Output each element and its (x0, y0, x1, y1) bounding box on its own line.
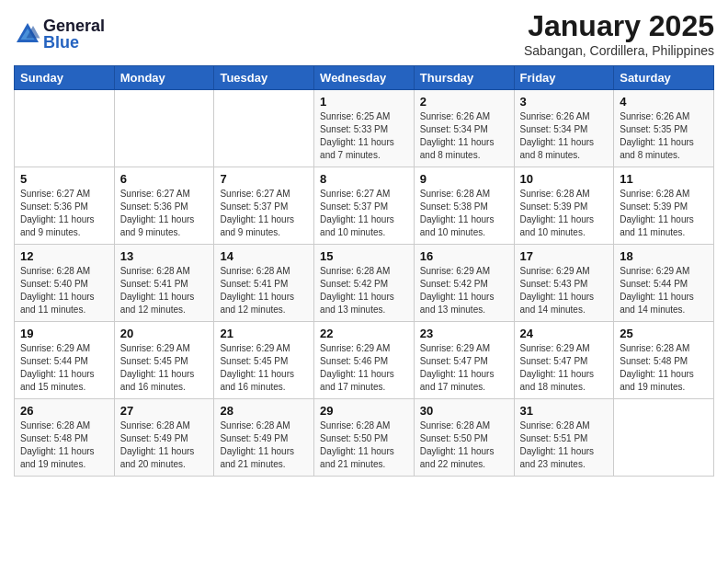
calendar-cell: 6Sunrise: 6:27 AM Sunset: 5:36 PM Daylig… (114, 167, 214, 245)
day-number: 2 (420, 95, 508, 109)
day-number: 1 (320, 95, 408, 109)
logo: General Blue (14, 17, 105, 51)
calendar-cell (15, 90, 115, 167)
page: General Blue January 2025 Sabangan, Cord… (0, 0, 728, 563)
cell-content: Sunrise: 6:25 AM Sunset: 5:33 PM Dayligh… (320, 110, 408, 162)
calendar-cell: 4Sunrise: 6:26 AM Sunset: 5:35 PM Daylig… (614, 90, 714, 167)
day-number: 9 (420, 172, 508, 186)
calendar-cell: 19Sunrise: 6:29 AM Sunset: 5:44 PM Dayli… (15, 322, 115, 399)
calendar-cell: 1Sunrise: 6:25 AM Sunset: 5:33 PM Daylig… (314, 90, 415, 167)
day-number: 23 (420, 327, 508, 340)
day-number: 10 (520, 172, 609, 186)
calendar-cell: 21Sunrise: 6:29 AM Sunset: 5:45 PM Dayli… (214, 322, 314, 399)
day-header-tuesday: Tuesday (214, 66, 314, 90)
cell-content: Sunrise: 6:26 AM Sunset: 5:34 PM Dayligh… (420, 110, 508, 162)
calendar-cell: 24Sunrise: 6:29 AM Sunset: 5:47 PM Dayli… (514, 322, 614, 399)
day-number: 22 (320, 327, 408, 340)
cell-content: Sunrise: 6:28 AM Sunset: 5:42 PM Dayligh… (320, 265, 408, 316)
calendar-cell: 3Sunrise: 6:26 AM Sunset: 5:34 PM Daylig… (514, 90, 614, 167)
calendar-table: SundayMondayTuesdayWednesdayThursdayFrid… (14, 65, 714, 477)
calendar-cell: 28Sunrise: 6:28 AM Sunset: 5:49 PM Dayli… (214, 399, 314, 477)
calendar-cell (614, 399, 714, 477)
calendar-cell: 23Sunrise: 6:29 AM Sunset: 5:47 PM Dayli… (414, 322, 514, 399)
day-number: 14 (220, 249, 308, 263)
calendar-header-row: SundayMondayTuesdayWednesdayThursdayFrid… (15, 66, 714, 90)
day-number: 3 (520, 95, 609, 109)
day-number: 31 (520, 404, 609, 418)
calendar-cell: 5Sunrise: 6:27 AM Sunset: 5:36 PM Daylig… (15, 167, 115, 245)
calendar-week-5: 26Sunrise: 6:28 AM Sunset: 5:48 PM Dayli… (15, 399, 714, 477)
day-number: 18 (620, 249, 708, 263)
calendar-cell: 13Sunrise: 6:28 AM Sunset: 5:41 PM Dayli… (114, 245, 214, 322)
calendar-cell: 31Sunrise: 6:28 AM Sunset: 5:51 PM Dayli… (514, 399, 614, 477)
cell-content: Sunrise: 6:28 AM Sunset: 5:50 PM Dayligh… (320, 419, 408, 471)
day-number: 29 (320, 404, 408, 418)
calendar-week-2: 5Sunrise: 6:27 AM Sunset: 5:36 PM Daylig… (15, 167, 714, 245)
cell-content: Sunrise: 6:28 AM Sunset: 5:41 PM Dayligh… (120, 265, 209, 316)
calendar-cell: 14Sunrise: 6:28 AM Sunset: 5:41 PM Dayli… (214, 245, 314, 322)
calendar-cell: 27Sunrise: 6:28 AM Sunset: 5:49 PM Dayli… (114, 399, 214, 477)
month-year: January 2025 (524, 9, 714, 43)
day-header-wednesday: Wednesday (314, 66, 415, 90)
day-number: 19 (20, 327, 108, 340)
calendar-week-1: 1Sunrise: 6:25 AM Sunset: 5:33 PM Daylig… (15, 90, 714, 167)
calendar-cell: 25Sunrise: 6:28 AM Sunset: 5:48 PM Dayli… (614, 322, 714, 399)
calendar-cell: 15Sunrise: 6:28 AM Sunset: 5:42 PM Dayli… (314, 245, 415, 322)
calendar-cell (214, 90, 314, 167)
cell-content: Sunrise: 6:27 AM Sunset: 5:37 PM Dayligh… (220, 188, 308, 239)
cell-content: Sunrise: 6:28 AM Sunset: 5:51 PM Dayligh… (520, 419, 609, 471)
calendar-cell: 8Sunrise: 6:27 AM Sunset: 5:37 PM Daylig… (314, 167, 415, 245)
logo-text: General Blue (43, 17, 105, 51)
cell-content: Sunrise: 6:28 AM Sunset: 5:50 PM Dayligh… (420, 419, 508, 471)
logo-blue-text: Blue (43, 34, 105, 51)
location: Sabangan, Cordillera, Philippines (524, 43, 714, 58)
day-number: 30 (420, 404, 508, 418)
cell-content: Sunrise: 6:29 AM Sunset: 5:44 PM Dayligh… (20, 342, 108, 394)
cell-content: Sunrise: 6:28 AM Sunset: 5:48 PM Dayligh… (20, 419, 108, 471)
calendar-cell: 18Sunrise: 6:29 AM Sunset: 5:44 PM Dayli… (614, 245, 714, 322)
logo-icon (14, 20, 41, 48)
day-number: 20 (120, 327, 209, 340)
cell-content: Sunrise: 6:28 AM Sunset: 5:41 PM Dayligh… (220, 265, 308, 316)
calendar-cell (114, 90, 214, 167)
calendar-cell: 2Sunrise: 6:26 AM Sunset: 5:34 PM Daylig… (414, 90, 514, 167)
day-number: 12 (20, 249, 108, 263)
cell-content: Sunrise: 6:29 AM Sunset: 5:42 PM Dayligh… (420, 265, 508, 316)
day-number: 24 (520, 327, 609, 340)
cell-content: Sunrise: 6:28 AM Sunset: 5:39 PM Dayligh… (520, 188, 609, 239)
cell-content: Sunrise: 6:29 AM Sunset: 5:47 PM Dayligh… (520, 342, 609, 394)
cell-content: Sunrise: 6:29 AM Sunset: 5:45 PM Dayligh… (220, 342, 308, 394)
day-number: 21 (220, 327, 308, 340)
calendar-cell: 12Sunrise: 6:28 AM Sunset: 5:40 PM Dayli… (15, 245, 115, 322)
calendar-cell: 20Sunrise: 6:29 AM Sunset: 5:45 PM Dayli… (114, 322, 214, 399)
cell-content: Sunrise: 6:28 AM Sunset: 5:40 PM Dayligh… (20, 265, 108, 316)
header: General Blue January 2025 Sabangan, Cord… (14, 9, 714, 58)
calendar-cell: 26Sunrise: 6:28 AM Sunset: 5:48 PM Dayli… (15, 399, 115, 477)
cell-content: Sunrise: 6:27 AM Sunset: 5:36 PM Dayligh… (20, 188, 108, 239)
day-number: 13 (120, 249, 209, 263)
day-number: 28 (220, 404, 308, 418)
cell-content: Sunrise: 6:27 AM Sunset: 5:36 PM Dayligh… (120, 188, 209, 239)
day-header-sunday: Sunday (15, 66, 115, 90)
calendar-cell: 17Sunrise: 6:29 AM Sunset: 5:43 PM Dayli… (514, 245, 614, 322)
cell-content: Sunrise: 6:28 AM Sunset: 5:38 PM Dayligh… (420, 188, 508, 239)
day-number: 25 (620, 327, 708, 340)
calendar-cell: 9Sunrise: 6:28 AM Sunset: 5:38 PM Daylig… (414, 167, 514, 245)
calendar-cell: 30Sunrise: 6:28 AM Sunset: 5:50 PM Dayli… (414, 399, 514, 477)
day-number: 15 (320, 249, 408, 263)
calendar-cell: 29Sunrise: 6:28 AM Sunset: 5:50 PM Dayli… (314, 399, 415, 477)
calendar-cell: 16Sunrise: 6:29 AM Sunset: 5:42 PM Dayli… (414, 245, 514, 322)
cell-content: Sunrise: 6:29 AM Sunset: 5:44 PM Dayligh… (620, 265, 708, 316)
cell-content: Sunrise: 6:29 AM Sunset: 5:43 PM Dayligh… (520, 265, 609, 316)
day-header-friday: Friday (514, 66, 614, 90)
cell-content: Sunrise: 6:26 AM Sunset: 5:35 PM Dayligh… (620, 110, 708, 162)
day-header-monday: Monday (114, 66, 214, 90)
day-number: 16 (420, 249, 508, 263)
cell-content: Sunrise: 6:28 AM Sunset: 5:49 PM Dayligh… (220, 419, 308, 471)
title-section: January 2025 Sabangan, Cordillera, Phili… (524, 9, 714, 58)
calendar-week-4: 19Sunrise: 6:29 AM Sunset: 5:44 PM Dayli… (15, 322, 714, 399)
day-number: 6 (120, 172, 209, 186)
day-number: 8 (320, 172, 408, 186)
cell-content: Sunrise: 6:28 AM Sunset: 5:49 PM Dayligh… (120, 419, 209, 471)
cell-content: Sunrise: 6:29 AM Sunset: 5:47 PM Dayligh… (420, 342, 508, 394)
